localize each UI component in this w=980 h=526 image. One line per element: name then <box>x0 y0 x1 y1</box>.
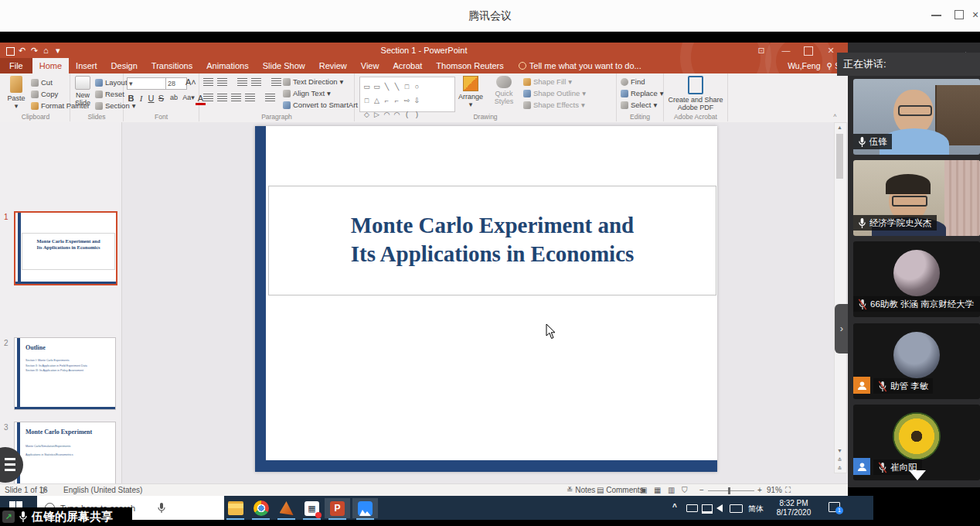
tab-slide-show[interactable]: Slide Show <box>256 58 312 73</box>
ribbon-display-icon[interactable]: ⊡ <box>756 46 767 55</box>
text-direction-button[interactable]: Text Direction ▾ <box>283 76 358 87</box>
battery-icon[interactable] <box>686 504 698 512</box>
align-text-button[interactable]: Align Text ▾ <box>283 87 358 99</box>
tab-insert[interactable]: Insert <box>69 58 104 73</box>
underline-button[interactable]: U <box>146 94 156 105</box>
scroll-up-icon[interactable]: ▲ <box>835 125 845 130</box>
clock-time[interactable]: 8:32 PM <box>771 499 816 507</box>
justify-icon[interactable] <box>245 94 255 101</box>
scrollbar-thumb[interactable] <box>836 134 843 179</box>
mic-icon[interactable] <box>158 503 165 514</box>
tab-home[interactable]: Home <box>32 58 69 73</box>
clock-date[interactable]: 8/17/2020 <box>771 508 816 517</box>
comments-button[interactable]: ▤ Comments <box>597 484 644 497</box>
video-tile[interactable]: 66助教 张涵 南京财经大学 <box>853 241 980 317</box>
tab-view[interactable]: View <box>354 58 386 73</box>
matlab-icon[interactable] <box>274 498 299 518</box>
zoom-out-icon[interactable]: − <box>699 484 704 497</box>
more-participants-icon[interactable] <box>909 470 926 480</box>
powerpoint-icon[interactable]: P <box>325 498 350 518</box>
speaker-icon[interactable] <box>716 504 723 512</box>
find-button[interactable]: Find <box>621 76 664 87</box>
tab-acrobat[interactable]: Acrobat <box>386 58 429 73</box>
ppt-restore-icon[interactable] <box>804 46 813 56</box>
shape-fill-button[interactable]: Shape Fill ▾ <box>523 76 586 87</box>
strikethrough-button[interactable]: S <box>156 94 166 105</box>
new-slide-button[interactable]: New Slide <box>71 76 94 107</box>
spellcheck-icon[interactable]: ▯ˣ <box>40 484 47 497</box>
tab-thomson-reuters[interactable]: Thomson Reuters <box>429 58 510 73</box>
touch-keyboard-icon[interactable] <box>730 504 743 513</box>
scroll-down-icon[interactable]: ▼ <box>835 448 845 453</box>
align-right-icon[interactable] <box>231 94 241 101</box>
slide-canvas[interactable]: Monte Carlo Experiment and Its Applicati… <box>255 126 717 472</box>
shape-gallery[interactable]: ▭▭╲╲□○ □△⌐⌐⇨⇩ ◇▷◠◠() <box>359 77 455 112</box>
select-button[interactable]: Select ▾ <box>621 99 664 111</box>
paste-button[interactable]: Paste▾ <box>5 76 28 110</box>
replace-button[interactable]: Replace ▾ <box>621 87 664 99</box>
shape-effects-button[interactable]: Shape Effects ▾ <box>523 99 586 111</box>
numbering-icon[interactable] <box>217 78 227 86</box>
quick-styles-button[interactable]: Quick Styles <box>488 76 520 105</box>
convert-smartart-button[interactable]: Convert to SmartArt <box>283 99 358 111</box>
columns-icon[interactable] <box>265 94 275 101</box>
bold-button[interactable]: B <box>126 94 136 105</box>
meeting-app-icon[interactable] <box>352 498 378 518</box>
align-left-icon[interactable] <box>203 94 213 101</box>
collapse-ribbon-icon[interactable]: ˄ <box>833 112 837 119</box>
restore-icon[interactable] <box>954 10 964 19</box>
italic-button[interactable]: I <box>136 94 146 105</box>
create-pdf-button[interactable]: Create and Share Adobe PDF <box>664 76 727 111</box>
video-tile[interactable]: 助管 李敏 <box>853 323 980 399</box>
slide-title-placeholder[interactable]: Monte Carlo Experiment and Its Applicati… <box>268 186 716 295</box>
vertical-scrollbar[interactable]: ▲ ▼ ≛ ≛ <box>834 122 847 473</box>
video-tile[interactable]: 经济学院史兴杰 <box>853 160 980 236</box>
ppt-close-icon[interactable]: ✕ <box>825 46 836 55</box>
fit-slide-icon[interactable]: ⛶ <box>785 484 791 497</box>
chrome-icon[interactable] <box>248 498 274 518</box>
arrange-button[interactable]: Arrange▾ <box>455 76 486 108</box>
video-tile[interactable]: 伍锋 <box>853 79 980 155</box>
shape-outline-button[interactable]: Shape Outline ▾ <box>523 87 586 99</box>
tray-expand-icon[interactable]: ^ <box>672 503 677 511</box>
grid-app-icon[interactable]: ▦ <box>299 498 325 518</box>
account-name[interactable]: Wu,Feng <box>788 58 820 73</box>
tab-animations[interactable]: Animations <box>199 58 255 73</box>
slide-thumbnail-1[interactable]: Monte Carlo Experiment and Its Applicati… <box>14 211 117 285</box>
language-indicator[interactable]: English (United States) <box>63 484 142 497</box>
increase-indent-icon[interactable] <box>251 78 261 86</box>
normal-view-icon[interactable]: ▣ <box>640 484 647 497</box>
chevron-right-icon[interactable]: › <box>835 304 848 354</box>
font-size-input[interactable]: 28 <box>165 77 187 90</box>
minimize-icon[interactable] <box>931 15 941 16</box>
slideshow-icon[interactable]: ⛉ <box>682 484 688 497</box>
tab-transitions[interactable]: Transitions <box>145 58 199 73</box>
reading-view-icon[interactable]: ▥ <box>668 484 675 497</box>
network-icon[interactable] <box>702 504 713 514</box>
input-language[interactable]: 简体 <box>748 504 764 514</box>
tab-file[interactable]: File <box>0 58 32 73</box>
grow-font-icon[interactable]: A˄ <box>185 77 196 87</box>
decrease-indent-icon[interactable] <box>237 78 247 86</box>
zoom-level[interactable]: 91% <box>767 484 782 497</box>
close-icon[interactable]: × <box>972 9 978 21</box>
character-spacing-button[interactable]: ab <box>166 94 182 105</box>
slide-thumbnail-2[interactable]: Outline Section I: Monte Carlo Experimen… <box>14 337 116 410</box>
tab-review[interactable]: Review <box>312 58 354 73</box>
zoom-slider[interactable] <box>708 484 754 497</box>
change-case-button[interactable]: Aa▾ <box>182 94 196 105</box>
slide-sorter-icon[interactable]: ▦ <box>654 484 661 497</box>
next-slide-icon[interactable]: ≛ <box>835 466 845 472</box>
font-name-input[interactable]: ▾ <box>127 77 167 90</box>
ppt-minimize-icon[interactable]: — <box>781 46 791 55</box>
file-explorer-icon[interactable] <box>223 498 248 518</box>
zoom-in-icon[interactable]: + <box>757 484 762 497</box>
previous-slide-icon[interactable]: ≛ <box>835 457 845 463</box>
align-center-icon[interactable] <box>217 94 227 101</box>
bullets-icon[interactable] <box>203 78 213 86</box>
notification-icon[interactable]: 1 <box>829 502 840 512</box>
notes-button[interactable]: ≚ Notes <box>567 484 595 497</box>
tab-design[interactable]: Design <box>104 58 145 73</box>
video-tile[interactable]: 崔向阳 <box>853 405 980 480</box>
line-spacing-icon[interactable] <box>271 78 281 86</box>
